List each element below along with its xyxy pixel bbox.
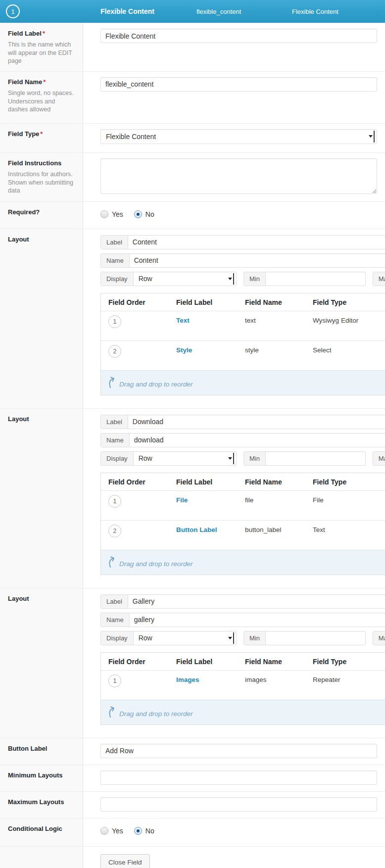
conditional-option-yes[interactable]: Yes — [100, 827, 123, 835]
layout-section-label: Layout — [8, 236, 76, 243]
table-footer: Drag and drop to reorder + Add Sub Field — [101, 550, 385, 575]
sub-field-order-handle[interactable]: 1 — [108, 495, 121, 508]
max-prefix: Max — [373, 631, 385, 645]
setting-minimum-layouts: Minimum Layouts — [0, 765, 385, 791]
sub-field-order-handle[interactable]: 1 — [108, 315, 121, 328]
sub-fields-header-row: Field Order Field Label Field Name Field… — [101, 653, 385, 670]
layout-label-input[interactable] — [128, 415, 385, 429]
drag-hint: Drag and drop to reorder — [107, 377, 193, 388]
required-option-no[interactable]: No — [134, 210, 154, 218]
sub-field-order-handle[interactable]: 1 — [108, 675, 121, 687]
layout-display-select[interactable]: Row — [134, 631, 236, 645]
maximum-layouts-input[interactable] — [100, 797, 377, 812]
layout-label-input[interactable] — [128, 595, 385, 608]
layout-display-group: Display Row — [100, 451, 237, 466]
required-asterisk: * — [40, 130, 43, 138]
field-order-handle[interactable]: 1 — [0, 4, 100, 18]
sub-field-edit-link[interactable]: Button Label — [176, 526, 217, 533]
field-label-label: Field Label* — [8, 30, 76, 38]
setting-field-instructions: Field Instructions Instructions for auth… — [0, 152, 385, 201]
button-label-input[interactable] — [100, 744, 377, 758]
conditional-logic-label: Conditional Logic — [8, 825, 76, 833]
sub-field-edit-link[interactable]: Text — [176, 317, 190, 324]
setting-close-field: Close Field — [0, 846, 385, 868]
layout-name-input[interactable] — [130, 613, 385, 627]
drag-arrow-icon — [107, 377, 116, 388]
table-row: 1 File file File — [101, 490, 385, 520]
layout-name-input[interactable] — [130, 434, 385, 447]
layout-name-input[interactable] — [130, 254, 385, 267]
required-option-yes[interactable]: Yes — [100, 210, 123, 218]
setting-field-label: Field Label* This is the name which will… — [0, 23, 385, 71]
radio-unchecked-icon[interactable] — [100, 210, 108, 218]
layout-section-label: Layout — [8, 595, 76, 603]
field-name-label: Field Name* — [8, 78, 76, 86]
dropdown-arrow-icon — [227, 273, 235, 285]
sub-field-edit-link[interactable]: Style — [176, 346, 192, 354]
setting-layout-3: Layout Label Name Display Row — [0, 588, 385, 738]
display-prefix: Display — [101, 452, 134, 465]
field-instructions-textarea[interactable] — [100, 158, 377, 194]
layout-display-select[interactable]: Row — [134, 452, 236, 465]
layout-min-group: Min — [243, 272, 366, 286]
dropdown-arrow-icon — [227, 632, 235, 644]
table-row: 2 Button Label button_label Text — [101, 520, 385, 550]
field-order-number: 1 — [11, 8, 14, 15]
layout-max-group: Max — [373, 451, 385, 466]
sub-field-edit-link[interactable]: Images — [176, 676, 199, 683]
table-footer: Drag and drop to reorder + Add Sub Field — [101, 370, 385, 395]
required-label: Required? — [8, 208, 76, 216]
sub-field-order-handle[interactable]: 2 — [108, 345, 121, 358]
layout-label-input[interactable] — [128, 236, 385, 249]
field-type-label: Field Type* — [8, 130, 76, 138]
radio-checked-icon[interactable] — [134, 827, 142, 835]
sub-fields-table: Field Order Field Label Field Name Field… — [100, 473, 385, 575]
setting-button-label: Button Label — [0, 738, 385, 765]
drag-arrow-icon — [107, 556, 116, 568]
table-row: 1 Text text Wysiwyg Editor — [101, 311, 385, 340]
field-type-select[interactable]: Flexible Content — [100, 129, 377, 144]
layout-display-select[interactable]: Row — [134, 272, 236, 286]
setting-layout-1: Layout Label Name Display Row — [0, 229, 385, 408]
layout-box-content: Label Name Display Row — [100, 235, 385, 395]
radio-unchecked-icon[interactable] — [100, 827, 108, 835]
layout-min-input[interactable] — [266, 452, 365, 465]
max-prefix: Max — [373, 452, 385, 465]
layout-min-input[interactable] — [266, 272, 365, 286]
layout-max-group: Max — [373, 272, 385, 286]
name-prefix: Name — [101, 254, 130, 267]
field-label-description: This is the name which will appear on th… — [8, 41, 76, 65]
close-field-button[interactable]: Close Field — [100, 854, 150, 868]
layout-name-group: Name — [100, 433, 385, 447]
setting-field-name: Field Name* Single word, no spaces. Unde… — [0, 71, 385, 123]
sub-field-order-handle[interactable]: 2 — [108, 525, 121, 537]
layout-max-group: Max — [373, 631, 385, 645]
label-prefix: Label — [101, 236, 128, 249]
name-prefix: Name — [101, 434, 130, 447]
setting-field-type: Field Type* Flexible Content — [0, 123, 385, 152]
min-prefix: Min — [244, 272, 266, 286]
sub-field-edit-link[interactable]: File — [176, 496, 188, 504]
setting-required: Required? Yes No — [0, 201, 385, 229]
display-prefix: Display — [101, 631, 134, 645]
radio-checked-icon[interactable] — [134, 210, 142, 218]
max-prefix: Max — [373, 272, 385, 286]
layout-min-group: Min — [243, 451, 366, 466]
field-label-input[interactable] — [100, 29, 377, 43]
layout-name-group: Name — [100, 613, 385, 627]
conditional-option-no[interactable]: No — [134, 827, 154, 835]
sub-fields-header-row: Field Order Field Label Field Name Field… — [101, 293, 385, 311]
layout-box-gallery: Label Name Display Row — [100, 594, 385, 725]
table-footer: Drag and drop to reorder + Add Sub Field — [101, 700, 385, 724]
drag-arrow-icon — [107, 706, 116, 718]
setting-layout-2: Layout Label Name Display Row — [0, 408, 385, 588]
layout-min-input[interactable] — [266, 631, 365, 645]
required-asterisk: * — [43, 78, 46, 86]
sub-fields-header-row: Field Order Field Label Field Name Field… — [101, 473, 385, 490]
required-radio-group: Yes No — [100, 207, 377, 218]
maximum-layouts-label: Maximum Layouts — [8, 798, 76, 806]
minimum-layouts-input[interactable] — [100, 771, 377, 785]
drag-hint: Drag and drop to reorder — [107, 706, 193, 718]
field-name-input[interactable] — [100, 77, 377, 92]
field-header-bar[interactable]: 1 Flexible Content flexible_content Flex… — [0, 0, 385, 23]
